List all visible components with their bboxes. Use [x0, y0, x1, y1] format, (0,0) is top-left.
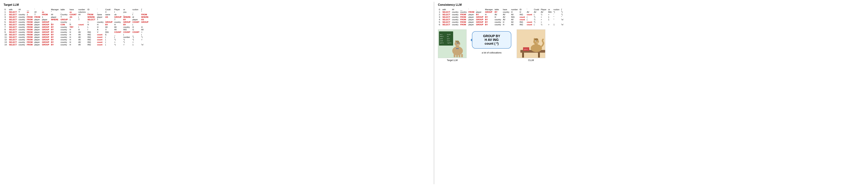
token-cell: country [502, 11, 510, 13]
token-cell: country [114, 21, 122, 23]
token-cell: or [122, 8, 131, 11]
svg-text:t+2·2: t+2·2 [447, 40, 450, 42]
token-cell: as [26, 11, 33, 13]
token-cell: FROM [468, 11, 475, 13]
token-cell: country [18, 21, 26, 23]
token-cell: AV [502, 13, 510, 16]
token-cell: Could [104, 8, 113, 11]
token-cell: *) [131, 38, 140, 41]
token-cell: t [131, 13, 140, 16]
token-cell: '' [553, 16, 560, 18]
token-cell: ruction [553, 8, 560, 11]
token-cell: *) [114, 44, 122, 46]
speech-line3: count ( *) [477, 42, 506, 46]
svg-text:1(2²+3: 1(2²+3 [440, 42, 443, 44]
token-cell: ub [114, 13, 122, 16]
svg-rect-27 [456, 54, 458, 57]
token-cell: COUNT [122, 31, 131, 33]
token-cell: number [78, 8, 87, 11]
token-cell: > [114, 41, 122, 44]
token-cell: FROM [26, 28, 33, 31]
token-cell: country [18, 23, 26, 26]
token-cell: , [41, 8, 50, 11]
token-cell: country [18, 41, 26, 44]
token-cell: as [41, 11, 50, 13]
token-cell: BY [484, 16, 494, 18]
token-cell: SELECT [8, 23, 18, 26]
svg-text:q+32: q+32 [440, 38, 443, 39]
token-cell: *) [122, 41, 131, 44]
token-cell: > [122, 44, 131, 46]
token-cell: 1 [131, 44, 140, 46]
token-cell [553, 21, 560, 23]
token-cell: H [519, 11, 526, 13]
token-cell: T [18, 11, 26, 13]
token-cell: SELECT [8, 33, 18, 36]
token-cell: 1 [547, 16, 553, 18]
token-cell: Manager [50, 8, 60, 11]
token-cell: SELECT [441, 21, 451, 23]
token-cell: ING [87, 36, 96, 38]
token-cell: FROM [87, 13, 96, 16]
token-cell: _ [122, 13, 131, 16]
token-cell: country [18, 31, 26, 33]
token-cell: T [60, 16, 68, 18]
token-cell: AV [533, 11, 540, 13]
token-cell: ING [87, 33, 96, 36]
token-cell: AS [69, 16, 78, 18]
token-cell: Player [540, 8, 547, 11]
token-cell: > [540, 16, 547, 18]
target-llm-caption: Target LLM [447, 59, 458, 61]
token-cell: GROUP [41, 31, 50, 33]
token-cell: *) [560, 11, 564, 13]
token-cell: name [104, 13, 113, 16]
row-number: 2: [438, 13, 441, 16]
token-cell: ( [104, 38, 113, 41]
token-cell: A [96, 28, 104, 31]
token-cell: ( [140, 33, 149, 36]
token-cell: player [475, 11, 484, 13]
token-cell: AV [502, 16, 510, 18]
token-cell: ## [50, 13, 60, 16]
token-cell: player [468, 16, 475, 18]
token-cell: ## [78, 13, 87, 16]
token-cell: ' [33, 8, 41, 11]
token-cell: number [122, 36, 131, 38]
token-cell: GROUP [41, 44, 50, 46]
token-cell: FROM [26, 38, 33, 41]
token-cell: country [451, 11, 459, 13]
svg-rect-33 [538, 53, 540, 58]
token-cell: FROM [26, 31, 33, 33]
token-cell: C [104, 11, 113, 13]
row-number: 6: [438, 23, 441, 26]
token-cell: count [96, 41, 104, 44]
token-cell: *) [533, 21, 540, 23]
row-number: 4: [438, 18, 441, 21]
token-cell: count [526, 21, 533, 23]
token-cell: ING [510, 16, 519, 18]
token-cell: _ [87, 11, 96, 13]
token-cell: country [60, 28, 68, 31]
token-cell: player [468, 18, 475, 21]
token-cell: player [33, 44, 41, 46]
token-cell: BY [50, 31, 60, 33]
token-cell: FROM [459, 23, 467, 26]
token-cell: player [33, 26, 41, 28]
token-cell: GROUP [484, 11, 494, 13]
token-cell: BY [50, 44, 60, 46]
token-cell: country [122, 26, 131, 28]
token-cell: country [60, 26, 68, 28]
token-cell: BY [122, 18, 131, 21]
svg-text:4/6=2: 4/6=2 [440, 36, 443, 37]
token-cell: AS [140, 18, 149, 21]
token-cell: count [519, 18, 526, 21]
token-cell: H [502, 21, 510, 23]
token-cell: ' [96, 8, 104, 11]
token-cell: country [18, 33, 26, 36]
token-cell: ( [104, 41, 113, 44]
token-cell: __ [459, 8, 467, 11]
token-cell: count [96, 33, 104, 36]
token-cell: '' [560, 16, 564, 18]
token-cell: ING [519, 21, 526, 23]
token-cell: ' [526, 8, 533, 11]
